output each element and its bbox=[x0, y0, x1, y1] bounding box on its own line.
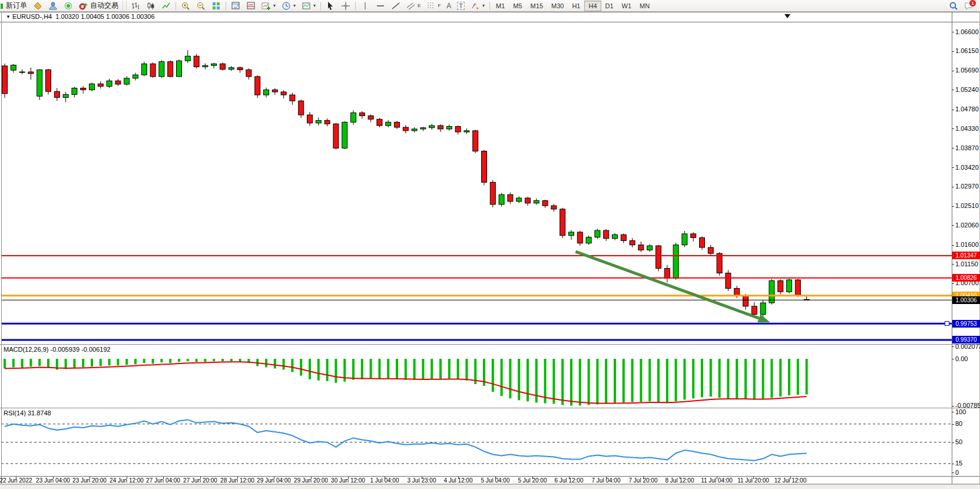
bearish-candle bbox=[577, 232, 582, 243]
bearish-candle bbox=[656, 246, 661, 268]
search-icon[interactable] bbox=[946, 0, 961, 11]
text-tool[interactable]: A bbox=[443, 0, 454, 11]
new-order-label: 新订单 bbox=[6, 1, 27, 11]
bar-chart-type-icon[interactable] bbox=[128, 0, 143, 11]
timeframe-button-w1[interactable]: W1 bbox=[618, 1, 636, 11]
period-clock-button[interactable]: ▾ bbox=[279, 0, 299, 11]
indicator-tick-label: 50 bbox=[955, 438, 962, 446]
vertical-line-tool[interactable] bbox=[357, 0, 373, 11]
bearish-candle bbox=[150, 64, 155, 77]
line-drag-handle[interactable] bbox=[945, 321, 949, 326]
community-icon[interactable] bbox=[45, 0, 61, 11]
tile-windows-icon[interactable] bbox=[208, 0, 224, 11]
timeframe-button-m5[interactable]: M5 bbox=[509, 1, 526, 11]
trendline-tool[interactable] bbox=[388, 0, 403, 11]
timeframe-button-h1[interactable]: H1 bbox=[568, 1, 584, 11]
bullish-candle bbox=[177, 61, 182, 77]
price-tick-dash bbox=[952, 206, 954, 207]
time-label: 29 Jun 04:00 bbox=[257, 477, 291, 484]
crosshair-tool[interactable] bbox=[338, 0, 353, 11]
bullish-candle bbox=[107, 81, 112, 86]
time-label: 29 Jun 20:00 bbox=[294, 477, 328, 484]
time-label: 5 Jul 04:00 bbox=[481, 477, 510, 484]
signals-icon[interactable] bbox=[61, 0, 76, 11]
chart-frame-top bbox=[0, 12, 980, 12]
indicator-tick-label: 80 bbox=[955, 420, 962, 428]
macd-pane-separator[interactable] bbox=[0, 344, 980, 345]
timeframe-button-h4[interactable]: H4 bbox=[584, 1, 601, 11]
fibonacci-tool[interactable]: F bbox=[423, 0, 443, 11]
bullish-candle bbox=[342, 122, 347, 148]
bullish-candle bbox=[316, 120, 321, 123]
new-order-button[interactable]: 新订单 bbox=[3, 0, 30, 11]
bullish-candle bbox=[787, 280, 792, 292]
indicator-tick-label: 15 bbox=[955, 460, 962, 467]
price-tick-dash bbox=[952, 71, 954, 71]
data-window-icon[interactable] bbox=[228, 0, 243, 11]
trend-arrow-head[interactable] bbox=[757, 314, 770, 322]
price-tick-label: 1.03420 bbox=[955, 164, 979, 171]
bearish-candle bbox=[691, 234, 696, 238]
bearish-candle bbox=[272, 90, 277, 92]
bearish-candle bbox=[551, 206, 557, 209]
autotrading-label: 自动交易 bbox=[90, 1, 118, 11]
timeframe-button-m15[interactable]: M15 bbox=[527, 1, 547, 11]
bullish-candle bbox=[446, 127, 452, 129]
bullish-candle bbox=[386, 122, 391, 125]
ohlc-values: 1.00320 1.00405 1.00306 1.00306 bbox=[55, 13, 154, 20]
chart-sliver-icon bbox=[0, 1, 3, 11]
zoom-in-icon[interactable] bbox=[178, 0, 193, 11]
equidistant-channel-tool[interactable]: E bbox=[403, 0, 423, 11]
timeframe-group: M1M5M15M30H1H4D1W1MN bbox=[492, 1, 654, 11]
price-tick-label: 1.06600 bbox=[955, 28, 979, 36]
notifications-chat-icon[interactable]: 1 bbox=[961, 0, 976, 11]
indicator-tick-dash bbox=[952, 346, 954, 347]
mql5-gold-icon[interactable] bbox=[30, 0, 45, 11]
time-label: 8 Jul 12:00 bbox=[666, 477, 694, 484]
chart-shift-marker-icon[interactable] bbox=[784, 14, 790, 18]
collapse-panel-icon[interactable]: ▼ bbox=[6, 14, 11, 19]
time-label: 22 Jun 2022 bbox=[0, 477, 32, 484]
chart-svg[interactable] bbox=[0, 0, 980, 489]
text-label-tool[interactable]: T bbox=[454, 0, 468, 11]
rsi-pane-separator[interactable] bbox=[0, 408, 980, 408]
template-button[interactable]: ▾ bbox=[299, 0, 319, 11]
bullish-candle bbox=[429, 125, 435, 128]
bearish-candle bbox=[290, 95, 295, 101]
timeframe-button-m1[interactable]: M1 bbox=[492, 1, 509, 11]
cursor-tool[interactable] bbox=[323, 0, 338, 11]
bearish-candle bbox=[455, 127, 461, 132]
candlestick-chart-type-icon[interactable] bbox=[143, 0, 158, 11]
bearish-candle bbox=[403, 127, 408, 131]
indicator-window-icon[interactable] bbox=[243, 0, 259, 11]
zoom-out-icon[interactable] bbox=[193, 0, 208, 11]
bearish-candle bbox=[299, 101, 304, 115]
indicator-tick-label: 0 bbox=[955, 469, 959, 477]
bearish-candle bbox=[751, 306, 757, 315]
time-label: 30 Jun 12:00 bbox=[331, 477, 365, 484]
indicator-tick-dash bbox=[952, 359, 954, 359]
timeframe-button-d1[interactable]: D1 bbox=[601, 1, 618, 11]
bearish-candle bbox=[333, 124, 339, 148]
line-chart-type-icon[interactable] bbox=[158, 0, 174, 11]
fibonacci-tool-glyph: F bbox=[438, 3, 441, 8]
bearish-candle bbox=[525, 198, 531, 203]
bullish-candle bbox=[534, 200, 539, 203]
bullish-candle bbox=[141, 64, 147, 75]
bearish-candle bbox=[377, 119, 382, 125]
bullish-candle bbox=[203, 65, 208, 67]
bullish-candle bbox=[351, 113, 356, 122]
timeframe-button-mn[interactable]: MN bbox=[635, 1, 654, 11]
bullish-candle bbox=[499, 194, 504, 204]
bearish-candle bbox=[621, 234, 626, 240]
arrows-tool[interactable]: ▾ bbox=[468, 0, 488, 11]
horizontal-line-tool[interactable] bbox=[373, 0, 388, 11]
timeframe-button-m30[interactable]: M30 bbox=[547, 1, 568, 11]
trend-arrow-object[interactable] bbox=[575, 252, 759, 318]
autotrading-button[interactable]: 自动交易 bbox=[76, 0, 121, 11]
add-indicator-button[interactable]: ▾ bbox=[259, 0, 279, 11]
price-tick-label: 1.02970 bbox=[955, 183, 979, 190]
time-label: 24 Jun 12:00 bbox=[110, 477, 144, 484]
bullish-candle bbox=[586, 237, 591, 243]
bearish-candle bbox=[604, 230, 609, 239]
